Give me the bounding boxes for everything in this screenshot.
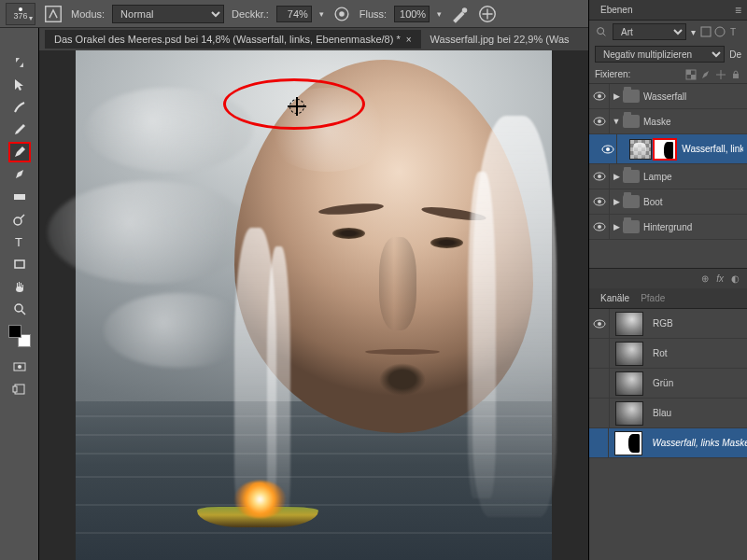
move-tool[interactable] — [8, 75, 31, 95]
lock-all-icon[interactable] — [730, 69, 741, 80]
boat-element — [197, 490, 318, 527]
brush-tool[interactable] — [8, 142, 31, 162]
lock-pixels-icon[interactable] — [700, 69, 712, 80]
artwork-image — [76, 50, 552, 560]
search-icon — [595, 25, 608, 38]
svg-text:T: T — [730, 27, 736, 37]
eyedropper-tool[interactable] — [8, 119, 31, 140]
svg-point-11 — [18, 365, 21, 369]
foreground-color[interactable] — [8, 325, 21, 338]
quickmask-toggle[interactable] — [8, 357, 31, 377]
svg-text:T: T — [15, 235, 22, 249]
layers-tab[interactable]: Ebenen — [595, 3, 638, 17]
brush-soft-tool[interactable] — [8, 97, 31, 118]
svg-point-9 — [15, 304, 22, 312]
layers-panel-header: Ebenen ≡ — [589, 0, 747, 21]
panel-menu-icon[interactable]: ≡ — [735, 4, 741, 17]
svg-rect-21 — [733, 74, 739, 78]
fx-button[interactable]: fx — [716, 273, 724, 284]
mode-label: Modus: — [71, 8, 105, 20]
svg-point-33 — [598, 225, 601, 229]
channel-green[interactable]: Grün — [589, 369, 747, 399]
visibility-toggle[interactable] — [599, 134, 617, 163]
opacity-input[interactable] — [276, 6, 312, 22]
visibility-toggle[interactable] — [589, 164, 610, 189]
visibility-toggle[interactable] — [589, 215, 610, 239]
svg-rect-13 — [13, 386, 17, 392]
tab-document-1[interactable]: Das Orakel des Meeres.psd bei 14,8% (Was… — [45, 30, 421, 49]
svg-point-29 — [598, 175, 601, 178]
lock-row: Fixieren: — [589, 65, 747, 84]
layer-group-hintergrund[interactable]: ▶ Hintergrund — [589, 215, 747, 240]
hand-tool[interactable] — [8, 276, 31, 297]
layers-panel-footer: ⊕ fx ◐ — [589, 268, 747, 288]
clone-stamp-tool[interactable] — [8, 164, 31, 185]
svg-point-27 — [606, 147, 610, 151]
lock-transparency-icon[interactable] — [685, 69, 697, 80]
svg-point-14 — [598, 28, 604, 35]
channels-panel-header: Kanäle Pfade — [589, 288, 747, 309]
blend-mode-dropdown[interactable]: Negativ multiplizieren — [595, 46, 725, 63]
lock-position-icon[interactable] — [715, 69, 726, 80]
color-swatches[interactable] — [8, 325, 31, 347]
visibility-toggle[interactable] — [589, 109, 610, 133]
toolbox: T — [0, 28, 39, 560]
svg-point-31 — [598, 200, 601, 203]
visibility-toggle[interactable] — [589, 189, 610, 214]
svg-point-23 — [598, 94, 601, 98]
svg-rect-20 — [691, 75, 696, 79]
filter-type-icons[interactable]: T — [700, 26, 741, 37]
mask-button[interactable]: ◐ — [731, 273, 740, 284]
flow-input[interactable] — [394, 6, 430, 22]
airbrush-icon[interactable] — [449, 4, 470, 24]
svg-rect-15 — [701, 27, 711, 36]
layer-group-boot[interactable]: ▶ Boot — [589, 189, 747, 215]
annotation-highlight — [653, 138, 677, 161]
channels-tab[interactable]: Kanäle — [595, 291, 635, 305]
svg-point-16 — [715, 27, 725, 36]
layer-group-wasserfall[interactable]: ▶ Wasserfall — [589, 84, 747, 109]
tab-document-2[interactable]: Wasserfall.jpg bei 22,9% (Was — [421, 30, 579, 49]
blend-mode-select[interactable]: Normal — [112, 5, 224, 23]
layer-mask-thumbnail[interactable] — [654, 139, 676, 160]
visibility-toggle[interactable] — [589, 84, 610, 108]
dodge-tool[interactable] — [8, 209, 31, 230]
brush-preset-picker[interactable]: 376 ▾ — [6, 3, 35, 25]
channel-blue[interactable]: Blau — [589, 399, 747, 428]
layers-list: ▶ Wasserfall ▼ Maske Wasserfall, links ▶… — [589, 84, 747, 240]
layer-filter-select[interactable]: Art — [613, 23, 686, 40]
type-tool[interactable]: T — [8, 231, 31, 252]
zoom-tool[interactable] — [8, 299, 31, 319]
svg-point-35 — [598, 322, 601, 326]
layer-group-lampe[interactable]: ▶ Lampe — [589, 164, 747, 189]
right-panel-dock: Ebenen ≡ Art ▾ T Negativ multiplizieren … — [588, 0, 747, 560]
brush-panel-toggle-icon[interactable] — [43, 4, 63, 24]
channels-list: RGB Rot Grün Blau Wasserfall, links Mask… — [589, 309, 747, 560]
channel-rgb[interactable]: RGB — [589, 309, 747, 339]
flow-label: Fluss: — [359, 8, 387, 20]
svg-point-3 — [462, 7, 468, 13]
close-icon[interactable]: × — [406, 35, 412, 45]
svg-rect-0 — [46, 6, 62, 21]
svg-rect-8 — [15, 260, 24, 268]
svg-point-2 — [339, 11, 345, 17]
layer-group-maske[interactable]: ▼ Maske — [589, 109, 747, 134]
opacity-label: Deckkr.: — [232, 8, 269, 20]
layer-wasserfall-links[interactable]: Wasserfall, links — [589, 134, 747, 164]
svg-point-6 — [14, 217, 21, 225]
layer-thumbnail[interactable] — [629, 139, 652, 160]
svg-rect-19 — [686, 70, 691, 75]
pressure-opacity-icon[interactable] — [331, 4, 352, 24]
svg-rect-5 — [14, 194, 25, 200]
paths-tab[interactable]: Pfade — [635, 291, 670, 305]
canvas[interactable] — [39, 50, 588, 560]
screen-mode-toggle[interactable] — [8, 379, 31, 399]
visibility-toggle[interactable] — [589, 309, 610, 338]
shape-tool[interactable] — [8, 254, 31, 274]
arrow-icon — [8, 52, 31, 73]
pressure-size-icon[interactable] — [477, 4, 498, 24]
channel-mask[interactable]: Wasserfall, links Maske — [589, 428, 747, 458]
svg-point-25 — [598, 119, 601, 123]
gradient-tool[interactable] — [8, 187, 31, 207]
channel-red[interactable]: Rot — [589, 339, 747, 369]
